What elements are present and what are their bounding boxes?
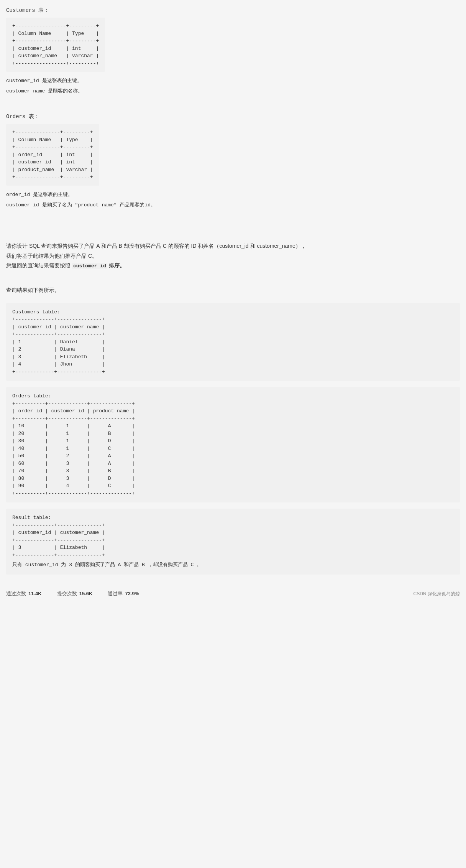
footer: 通过次数 11.4K 提交次数 15.6K 通过率 72.9% CSDN @化身… <box>6 590 460 598</box>
submit-count-stat: 提交次数 15.6K <box>57 590 93 598</box>
orders-table-block: +---------------+---------+ | Column Nam… <box>6 124 99 186</box>
submit-count-label: 提交次数 <box>57 590 77 598</box>
problem-description: 请你设计 SQL 查询来报告购买了产品 A 和产品 B 却没有购买产品 C 的顾… <box>6 241 460 270</box>
example-title: 查询结果如下例所示。 <box>6 286 460 294</box>
problem-line1: 请你设计 SQL 查询来报告购买了产品 A 和产品 B 却没有购买产品 C 的顾… <box>6 241 460 251</box>
orders-table-title: Orders 表： <box>6 112 460 121</box>
orders-example-block: Orders table: +----------+-------------+… <box>6 387 460 502</box>
orders-desc2: customer_id 是购买了名为 "product_name" 产品顾客的i… <box>6 201 460 209</box>
problem-line3: 您返回的查询结果需要按照 customer_id 排序。 <box>6 261 460 270</box>
orders-example-title: Orders table: +----------+-------------+… <box>12 392 454 497</box>
watermark: CSDN @化身孤岛的鲸 <box>413 590 460 598</box>
orders-table-section: Orders 表： +---------------+---------+ | … <box>6 112 460 209</box>
pass-rate-value: 72.9% <box>125 590 139 598</box>
pass-count-value: 11.4K <box>28 590 42 598</box>
submit-count-value: 15.6K <box>79 590 93 598</box>
problem-line2: 我们将基于此结果为他们推荐产品 C。 <box>6 251 460 261</box>
orders-table-content: +---------------+---------+ | Column Nam… <box>12 128 93 181</box>
result-example-block: Result table: +-------------+-----------… <box>6 509 460 575</box>
result-example-content: Result table: +-------------+-----------… <box>12 514 454 559</box>
customers-table-section: Customers 表： +-----------------+--------… <box>6 6 460 96</box>
customers-table-content: +-----------------+---------+ | Column N… <box>12 22 99 67</box>
customers-table-block: +-----------------+---------+ | Column N… <box>6 18 105 72</box>
customers-table-title: Customers 表： <box>6 6 460 15</box>
pass-count-stat: 通过次数 11.4K <box>6 590 42 598</box>
orders-desc1: order_id 是这张表的主键。 <box>6 191 460 199</box>
result-caption: 只有 customer_id 为 3 的顾客购买了产品 A 和产品 B ，却没有… <box>12 561 454 569</box>
pass-count-label: 通过次数 <box>6 590 26 598</box>
customers-desc1: customer_id 是这张表的主键。 <box>6 77 460 85</box>
customers-example-title: Customers table: +-------------+--------… <box>12 308 454 376</box>
customers-example-block: Customers table: +-------------+--------… <box>6 303 460 381</box>
pass-rate-label: 通过率 <box>108 590 123 598</box>
pass-rate-stat: 通过率 72.9% <box>108 590 139 598</box>
customers-desc2: customer_name 是顾客的名称。 <box>6 87 460 96</box>
